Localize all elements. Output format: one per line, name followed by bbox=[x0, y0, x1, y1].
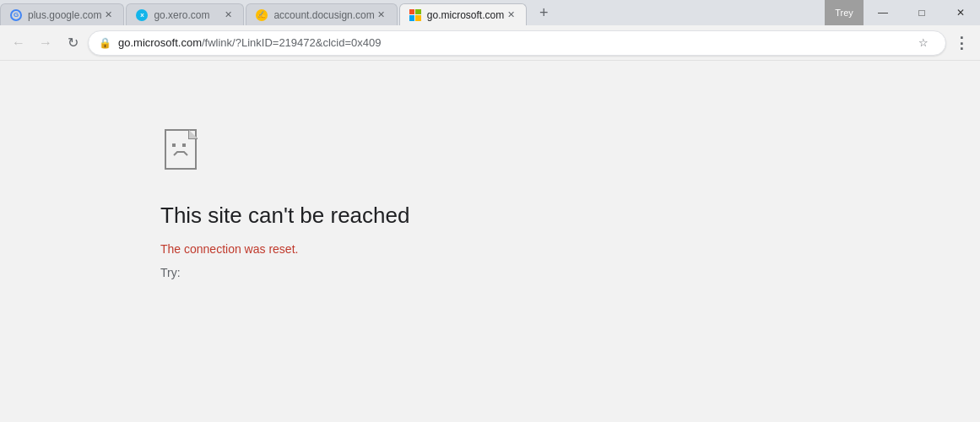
tab-google-close-button[interactable]: ✕ bbox=[101, 8, 115, 22]
error-page-icon bbox=[160, 128, 209, 177]
chrome-menu-button[interactable]: ⋮ bbox=[950, 31, 973, 55]
tab-docusign[interactable]: ✍ account.docusign.com ✕ bbox=[246, 3, 397, 25]
tab-microsoft-title: go.microsoft.com bbox=[427, 9, 504, 21]
tab-microsoft-close-button[interactable]: ✕ bbox=[504, 8, 517, 22]
close-window-button[interactable]: ✕ bbox=[941, 0, 980, 25]
tab-microsoft[interactable]: go.microsoft.com ✕ bbox=[399, 3, 527, 25]
window-controls: — □ ✕ bbox=[864, 0, 980, 25]
security-icon: 🔒 bbox=[99, 37, 111, 49]
error-title: This site can't be reached bbox=[160, 203, 409, 229]
tab-xero-title: go.xero.com bbox=[154, 9, 221, 21]
forward-button[interactable]: → bbox=[34, 31, 57, 55]
tab-google[interactable]: G plus.google.com ✕ bbox=[0, 3, 124, 25]
svg-rect-2 bbox=[172, 143, 176, 147]
address-domain: go.microsoft.com bbox=[118, 36, 202, 49]
error-try-label: Try: bbox=[160, 266, 181, 279]
tab-docusign-title: account.docusign.com bbox=[273, 9, 374, 21]
tab-docusign-close-button[interactable]: ✕ bbox=[375, 8, 388, 22]
new-tab-button[interactable]: + bbox=[532, 1, 555, 24]
google-favicon-icon: G bbox=[9, 8, 23, 22]
error-subtitle: The connection was reset. bbox=[160, 242, 298, 256]
tabs-area: G plus.google.com ✕ x go.xero.com ✕ ✍ ac… bbox=[0, 0, 825, 25]
toolbar: ← → ↻ 🔒 go.microsoft.com/fwlink/?LinkID=… bbox=[0, 25, 980, 61]
tab-xero-close-button[interactable]: ✕ bbox=[221, 8, 235, 22]
bookmark-button[interactable]: ☆ bbox=[912, 31, 935, 55]
menu-dots-icon: ⋮ bbox=[954, 34, 969, 52]
address-bar[interactable]: 🔒 go.microsoft.com/fwlink/?LinkID=219472… bbox=[88, 30, 946, 56]
address-text: go.microsoft.com/fwlink/?LinkID=219472&c… bbox=[118, 36, 912, 49]
tab-xero[interactable]: x go.xero.com ✕ bbox=[126, 3, 244, 25]
reload-button[interactable]: ↻ bbox=[61, 31, 84, 55]
minimize-button[interactable]: — bbox=[864, 0, 902, 25]
titlebar: G plus.google.com ✕ x go.xero.com ✕ ✍ ac… bbox=[0, 0, 980, 25]
tab-google-title: plus.google.com bbox=[28, 9, 101, 21]
user-avatar[interactable]: Trey bbox=[825, 0, 864, 25]
svg-rect-3 bbox=[182, 143, 186, 147]
back-button[interactable]: ← bbox=[7, 31, 30, 55]
maximize-button[interactable]: □ bbox=[902, 0, 941, 25]
docusign-favicon-icon: ✍ bbox=[255, 8, 268, 22]
user-name: Trey bbox=[835, 8, 853, 18]
address-path: /fwlink/?LinkID=219472&clcid=0x409 bbox=[202, 36, 381, 49]
microsoft-favicon-icon bbox=[409, 8, 422, 22]
xero-favicon-icon: x bbox=[135, 8, 149, 22]
page-content: This site can't be reached The connectio… bbox=[0, 61, 980, 422]
